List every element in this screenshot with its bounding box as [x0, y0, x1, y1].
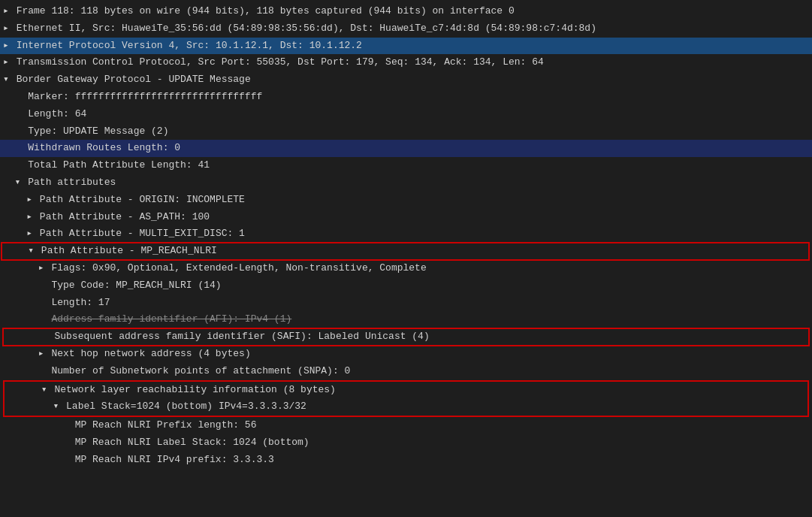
row-text-ethernet: Ethernet II, Src: HuaweiTe_35:56:dd (54:… [17, 21, 596, 37]
expand-icon-pa_mpreach[interactable]: ▾ [5, 243, 40, 259]
tree-row-nlri_label[interactable]: MP Reach NLRI Label Stack: 1024 (bottom) [0, 434, 812, 452]
tree-row-marker[interactable]: Marker: ffffffffffffffffffffffffffffffff [0, 89, 812, 106]
row-text-pa_aspath: Path Attribute - AS_PATH: 100 [40, 210, 210, 225]
row-text-label_stack: Label Stack=1024 (bottom) IPv4=3.3.3.3/3… [66, 399, 306, 415]
tree-row-ipv4[interactable]: ▸ Internet Protocol Version 4, Src: 10.1… [0, 38, 812, 55]
row-text-nlri_prefix: MP Reach NLRI Prefix length: 56 [75, 418, 257, 434]
expand-icon-nlri_label [3, 435, 74, 451]
row-text-nlri: Network layer reachability information (… [54, 382, 335, 398]
tree-row-length[interactable]: Length: 64 [0, 106, 812, 123]
expand-icon-len17 [3, 295, 50, 311]
expand-icon-type [3, 124, 26, 140]
tree-row-snpa[interactable]: Number of Subnetwork points of attachmen… [0, 363, 812, 380]
tree-row-total_path[interactable]: Total Path Attribute Length: 41 [0, 157, 812, 174]
tree-row-nlri_ipv4[interactable]: MP Reach NLRI IPv4 prefix: 3.3.3.3 [0, 452, 812, 469]
tree-row-path_attrs[interactable]: ▾ Path attributes [0, 174, 812, 192]
row-text-path_attrs: Path attributes [28, 175, 116, 191]
row-text-nlri_ipv4: MP Reach NLRI IPv4 prefix: 3.3.3.3 [75, 452, 274, 468]
expand-icon-bgp[interactable]: ▾ [3, 72, 15, 88]
expand-icon-safi [6, 329, 53, 345]
row-text-typecode: Type Code: MP_REACH_NLRI (14) [51, 278, 221, 294]
expand-icon-flags[interactable]: ▸ [3, 261, 50, 277]
row-text-nlri_label: MP Reach NLRI Label Stack: 1024 (bottom) [75, 435, 309, 451]
row-text-marker: Marker: ffffffffffffffffffffffffffffffff [28, 89, 262, 105]
row-text-pa_mpreach: Path Attribute - MP_REACH_NLRI [41, 243, 217, 259]
expand-icon-marker [3, 89, 26, 105]
tree-row-nexthop[interactable]: ▸ Next hop network address (4 bytes) [0, 346, 812, 363]
tree-row-frame[interactable]: ▸ Frame 118: 118 bytes on wire (944 bits… [0, 3, 812, 20]
expand-icon-path_attrs[interactable]: ▾ [3, 175, 26, 191]
tree-row-len17[interactable]: Length: 17 [0, 295, 812, 312]
expand-icon-ipv4[interactable]: ▸ [3, 38, 15, 54]
row-text-flags: Flags: 0x90, Optional, Extended-Length, … [51, 261, 426, 277]
expand-icon-nlri_prefix [3, 418, 74, 434]
row-text-snpa: Number of Subnetwork points of attachmen… [51, 364, 350, 379]
tree-row-flags[interactable]: ▸ Flags: 0x90, Optional, Extended-Length… [0, 260, 812, 277]
tree-row-safi[interactable]: Subsequent address family identifier (SA… [3, 328, 809, 346]
expand-icon-tcp[interactable]: ▸ [3, 55, 15, 71]
expand-icon-afi [3, 312, 50, 328]
row-text-ipv4: Internet Protocol Version 4, Src: 10.1.1… [17, 38, 362, 54]
tree-row-bgp[interactable]: ▾ Border Gateway Protocol - UPDATE Messa… [0, 71, 812, 89]
expand-icon-label_stack[interactable]: ▾ [6, 399, 65, 415]
expand-icon-snpa [3, 364, 50, 379]
tree-row-afi[interactable]: Address family identifier (AFI): IPv4 (1… [0, 311, 812, 328]
row-text-afi: Address family identifier (AFI): IPv4 (1… [51, 312, 291, 328]
tree-row-pa_origin[interactable]: ▸ Path Attribute - ORIGIN: INCOMPLETE [0, 192, 812, 209]
expand-icon-frame[interactable]: ▸ [3, 4, 15, 20]
tree-row-nlri_prefix[interactable]: MP Reach NLRI Prefix length: 56 [0, 417, 812, 434]
row-text-withdrawn: Withdrawn Routes Length: 0 [28, 141, 180, 156]
row-text-bgp: Border Gateway Protocol - UPDATE Message [17, 72, 251, 88]
row-text-total_path: Total Path Attribute Length: 41 [28, 158, 210, 174]
expand-icon-ethernet[interactable]: ▸ [3, 21, 15, 37]
expand-icon-length [3, 107, 26, 122]
expand-icon-pa_med[interactable]: ▸ [3, 226, 38, 242]
expand-icon-nlri_ipv4 [3, 452, 74, 468]
expand-icon-total_path [3, 158, 26, 174]
row-text-pa_med: Path Attribute - MULTI_EXIT_DISC: 1 [40, 226, 245, 242]
expand-icon-pa_origin[interactable]: ▸ [3, 192, 38, 208]
row-text-len17: Length: 17 [51, 295, 110, 311]
row-text-tcp: Transmission Control Protocol, Src Port:… [17, 55, 544, 71]
tree-row-ethernet[interactable]: ▸ Ethernet II, Src: HuaweiTe_35:56:dd (5… [0, 20, 812, 38]
tree-row-withdrawn[interactable]: Withdrawn Routes Length: 0 [0, 140, 812, 157]
row-text-nexthop: Next hop network address (4 bytes) [51, 346, 250, 362]
tree-row-tcp[interactable]: ▸ Transmission Control Protocol, Src Por… [0, 54, 812, 71]
expand-icon-typecode [3, 278, 50, 294]
expand-icon-pa_aspath[interactable]: ▸ [3, 210, 38, 225]
expand-icon-nlri[interactable]: ▾ [6, 382, 53, 398]
row-text-type: Type: UPDATE Message (2) [28, 124, 168, 140]
row-text-length: Length: 64 [28, 107, 86, 122]
tree-row-pa_med[interactable]: ▸ Path Attribute - MULTI_EXIT_DISC: 1 [0, 225, 812, 243]
tree-row-pa_aspath[interactable]: ▸ Path Attribute - AS_PATH: 100 [0, 209, 812, 226]
tree-row-typecode[interactable]: Type Code: MP_REACH_NLRI (14) [0, 277, 812, 295]
row-text-frame: Frame 118: 118 bytes on wire (944 bits),… [17, 4, 515, 20]
row-text-safi: Subsequent address family identifier (SA… [54, 329, 429, 345]
packet-tree: ▸ Frame 118: 118 bytes on wire (944 bits… [0, 0, 812, 472]
row-text-pa_origin: Path Attribute - ORIGIN: INCOMPLETE [40, 192, 245, 208]
tree-row-type[interactable]: Type: UPDATE Message (2) [0, 123, 812, 141]
expand-icon-nexthop[interactable]: ▸ [3, 346, 50, 362]
tree-row-pa_mpreach[interactable]: ▾ Path Attribute - MP_REACH_NLRI [2, 243, 809, 260]
expand-icon-withdrawn [3, 141, 26, 156]
tree-row-label_stack[interactable]: ▾ Label Stack=1024 (bottom) IPv4=3.3.3.3… [3, 398, 809, 417]
tree-row-nlri[interactable]: ▾ Network layer reachability information… [3, 380, 809, 399]
